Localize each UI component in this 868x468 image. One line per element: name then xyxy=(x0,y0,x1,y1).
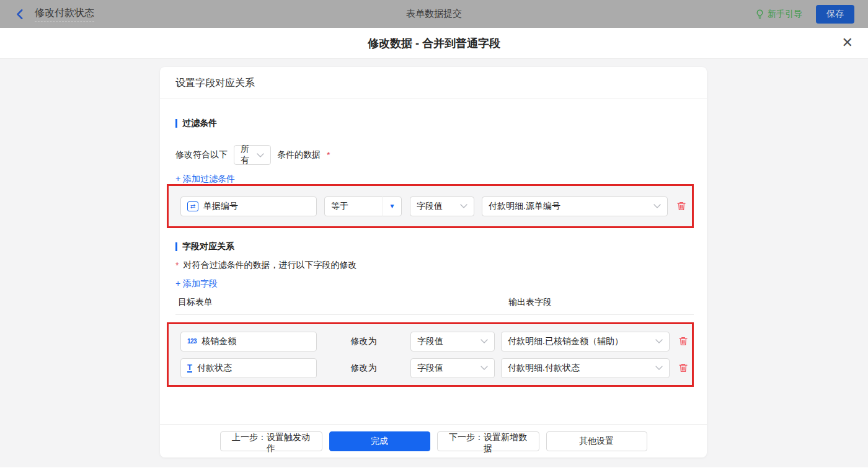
close-icon[interactable]: ✕ xyxy=(842,28,853,59)
section-accent-bar xyxy=(175,242,177,251)
output-field-value: 付款明细.付款状态 xyxy=(508,363,580,374)
modify-to-label: 修改为 xyxy=(317,363,410,374)
modal-body: 设置字段对应关系 过滤条件 修改符合以下 所有 条件的数据 * + 添加过滤条件 xyxy=(0,59,868,467)
trash-icon xyxy=(678,336,688,347)
guide-label: 新手引导 xyxy=(768,9,802,20)
match-mode-select[interactable]: 所有 xyxy=(234,145,271,165)
chevron-left-icon xyxy=(15,9,26,20)
target-field-input[interactable]: T 付款状态 xyxy=(180,358,317,378)
mapping-section-label: 字段对应关系 xyxy=(182,241,234,252)
beginner-guide-link[interactable]: 新手引导 xyxy=(756,9,802,20)
trash-icon xyxy=(678,363,688,373)
settings-card: 设置字段对应关系 过滤条件 修改符合以下 所有 条件的数据 * + 添加过滤条件 xyxy=(160,67,707,457)
chevron-down-icon xyxy=(460,204,467,208)
add-field-link[interactable]: + 添加字段 xyxy=(175,278,218,289)
required-asterisk: * xyxy=(175,260,179,270)
footer-divider xyxy=(160,424,707,425)
chevron-down-icon xyxy=(655,366,663,370)
footer-buttons: 上一步：设置触发动作 完成 下一步：设置新增数据 其他设置 xyxy=(160,431,707,451)
save-button[interactable]: 保存 xyxy=(816,5,854,24)
match-mode-value: 所有 xyxy=(241,144,253,166)
highlight-box-mapping: 123 核销金额 修改为 字段值 付款明细.已核销金额（辅助） xyxy=(167,322,694,387)
operator-select[interactable]: 等于 ▼ xyxy=(324,196,402,216)
match-condition-row: 修改符合以下 所有 条件的数据 * xyxy=(175,145,330,165)
value-type-select[interactable]: 字段值 xyxy=(410,196,474,216)
trash-icon xyxy=(676,201,686,211)
value-type-select[interactable]: 字段值 xyxy=(410,358,495,378)
mapping-section-title: 字段对应关系 xyxy=(175,241,234,252)
topbar-center-title: 表单数据提交 xyxy=(0,8,868,20)
modal-dialog: 修改数据 - 合并到普通字段 ✕ 设置字段对应关系 过滤条件 修改符合以下 所有 xyxy=(0,28,868,468)
mapping-row: 123 核销金额 修改为 字段值 付款明细.已核销金额（辅助） xyxy=(180,332,692,351)
card-header-title: 设置字段对应关系 xyxy=(160,67,707,99)
value-type-value: 字段值 xyxy=(417,201,443,212)
back-button[interactable] xyxy=(15,9,26,20)
output-field-value: 付款明细.已核销金额（辅助） xyxy=(508,336,623,347)
output-field-select[interactable]: 付款明细.付款状态 xyxy=(501,358,670,378)
value-type-value: 字段值 xyxy=(417,363,443,374)
next-step-button[interactable]: 下一步：设置新增数据 xyxy=(437,431,539,451)
chevron-down-icon xyxy=(655,339,663,343)
value-type-select[interactable]: 字段值 xyxy=(410,332,495,351)
section-accent-bar xyxy=(175,119,177,128)
mapping-description-row: * 对符合过滤条件的数据，进行以下字段的修改 xyxy=(175,260,356,271)
other-settings-button[interactable]: 其他设置 xyxy=(546,431,647,451)
done-button[interactable]: 完成 xyxy=(329,431,430,451)
column-divider xyxy=(175,314,694,315)
value-field-value: 付款明细.源单编号 xyxy=(489,201,560,212)
add-filter-condition-link[interactable]: + 添加过滤条件 xyxy=(175,174,235,185)
chevron-down-icon xyxy=(480,366,488,370)
target-form-column-header: 目标表单 xyxy=(178,297,213,308)
value-field-select[interactable]: 付款明细.源单编号 xyxy=(482,196,668,216)
required-asterisk: * xyxy=(327,150,330,160)
chevron-down-icon xyxy=(653,204,661,208)
modal-title: 修改数据 - 合并到普通字段 xyxy=(0,28,868,59)
match-prefix-label: 修改符合以下 xyxy=(175,149,228,161)
lightbulb-icon xyxy=(756,9,764,19)
mapping-row: T 付款状态 修改为 字段值 付款明细.付款状态 xyxy=(180,358,692,378)
filter-field-value: 单据编号 xyxy=(203,201,238,212)
modify-to-label: 修改为 xyxy=(317,336,410,347)
delete-condition-button[interactable] xyxy=(676,201,686,211)
output-field-select[interactable]: 付款明细.已核销金额（辅助） xyxy=(501,332,670,351)
caret-down-filled-icon[interactable]: ▼ xyxy=(383,196,401,216)
number-field-icon: 123 xyxy=(187,338,197,345)
topbar: 修改付款状态 表单数据提交 新手引导 保存 xyxy=(0,0,868,28)
prev-step-button[interactable]: 上一步：设置触发动作 xyxy=(220,431,322,451)
modal-header: 修改数据 - 合并到普通字段 ✕ xyxy=(0,28,868,59)
target-field-input[interactable]: 123 核销金额 xyxy=(180,332,317,351)
operator-value: 等于 xyxy=(325,201,383,212)
output-field-column-header: 输出表字段 xyxy=(508,297,552,308)
delete-mapping-button[interactable] xyxy=(678,336,688,347)
highlight-box-filter: ⇄ 单据编号 等于 ▼ 字段值 付款明细.源单编号 xyxy=(167,184,694,228)
workflow-title[interactable]: 修改付款状态 xyxy=(35,7,94,22)
text-field-icon: T xyxy=(187,363,192,373)
filter-section-title: 过滤条件 xyxy=(175,118,217,129)
filter-section-label: 过滤条件 xyxy=(182,118,217,129)
chevron-down-icon xyxy=(257,153,264,157)
screen: 修改付款状态 表单数据提交 新手引导 保存 修改数据 - 合并到普通字段 ✕ 设… xyxy=(0,0,868,468)
delete-mapping-button[interactable] xyxy=(678,363,688,373)
target-field-value: 付款状态 xyxy=(197,363,232,374)
chevron-down-icon xyxy=(480,339,488,343)
filter-field-input[interactable]: ⇄ 单据编号 xyxy=(180,196,317,216)
serial-number-icon: ⇄ xyxy=(187,201,198,211)
match-suffix-label: 条件的数据 xyxy=(277,149,321,161)
target-field-value: 核销金额 xyxy=(202,336,236,347)
mapping-description: 对符合过滤条件的数据，进行以下字段的修改 xyxy=(183,260,356,271)
value-type-value: 字段值 xyxy=(417,336,443,347)
